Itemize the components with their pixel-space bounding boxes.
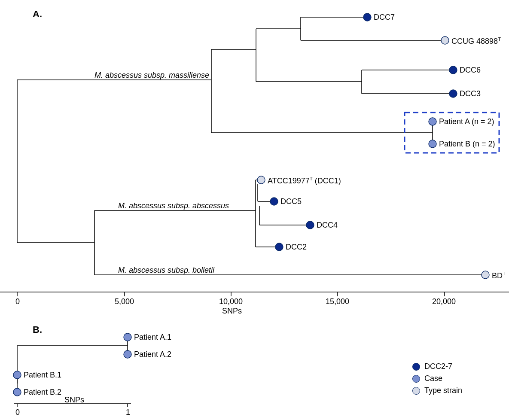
panel-a-tree bbox=[17, 17, 485, 275]
tip-dcc2 bbox=[275, 243, 283, 251]
panel-b-tips bbox=[13, 333, 131, 396]
label-bd-text: BD bbox=[492, 271, 503, 280]
legend-label-dcc: DCC2-7 bbox=[424, 362, 452, 371]
axis-a-tick-3: 15,000 bbox=[326, 297, 349, 306]
legend-row-dcc: DCC2-7 bbox=[412, 362, 452, 371]
panel-a-axis bbox=[0, 292, 509, 296]
panel-b-tree bbox=[17, 337, 128, 392]
label-patient-b2: Patient B.2 bbox=[24, 388, 61, 397]
legend-row-type: Type strain bbox=[412, 386, 462, 395]
tip-dcc4 bbox=[306, 221, 314, 229]
figure-root: A. B. M. abscessus subsp. massiliense M.… bbox=[0, 0, 509, 420]
label-atcc-main: ATCC19977 bbox=[268, 177, 310, 185]
axis-a-tick-1: 5,000 bbox=[115, 297, 134, 306]
legend-swatch-type bbox=[412, 387, 420, 395]
tip-patient-b2 bbox=[13, 388, 21, 396]
label-bd: BDT bbox=[492, 271, 506, 280]
axis-a-title: SNPs bbox=[222, 307, 242, 316]
axis-a-tick-2: 10,000 bbox=[219, 297, 243, 306]
panel-a-label: A. bbox=[33, 9, 42, 20]
legend-label-type: Type strain bbox=[424, 386, 462, 395]
tip-patient-b bbox=[429, 140, 436, 148]
label-dcc5: DCC5 bbox=[280, 197, 302, 206]
tip-dcc5 bbox=[270, 198, 278, 205]
tip-patient-a1 bbox=[124, 333, 131, 341]
label-atcc-tail: (DCC1) bbox=[313, 177, 341, 185]
label-patient-b: Patient B (n = 2) bbox=[439, 140, 495, 149]
label-atcc-sup: T bbox=[310, 176, 313, 181]
label-ccug-text: CCUG 48898 bbox=[451, 37, 498, 46]
label-dcc7: DCC7 bbox=[374, 13, 395, 22]
label-ccug: CCUG 48898T bbox=[451, 36, 501, 46]
label-dcc2: DCC2 bbox=[286, 243, 307, 252]
axis-b-tick-1: 1 bbox=[126, 408, 130, 417]
tip-dcc7 bbox=[363, 13, 371, 21]
legend-swatch-case bbox=[412, 375, 420, 383]
tip-dcc3 bbox=[449, 90, 457, 97]
tip-dcc6 bbox=[449, 66, 457, 74]
label-patient-b1: Patient B.1 bbox=[24, 371, 61, 380]
legend-row-case: Case bbox=[412, 374, 442, 383]
legend-swatch-dcc bbox=[412, 363, 420, 371]
clade-bolletii: M. abscessus subsp. bolletii bbox=[118, 266, 214, 275]
clade-abscessus: M. abscessus subsp. abscessus bbox=[118, 201, 229, 210]
axis-b-title: SNPs bbox=[64, 396, 84, 405]
label-bd-sup: T bbox=[503, 271, 506, 276]
axis-b-tick-0: 0 bbox=[15, 408, 20, 417]
tip-patient-a bbox=[429, 118, 436, 125]
label-patient-a1: Patient A.1 bbox=[134, 333, 171, 342]
label-dcc6: DCC6 bbox=[460, 66, 481, 75]
label-dcc4: DCC4 bbox=[317, 221, 338, 230]
panel-b-label: B. bbox=[33, 324, 42, 335]
label-patient-a2: Patient A.2 bbox=[134, 350, 171, 359]
tip-bd bbox=[482, 271, 489, 279]
clade-massiliense: M. abscessus subsp. massiliense bbox=[94, 71, 209, 80]
figure-svg bbox=[0, 0, 509, 420]
axis-a-tick-0: 0 bbox=[15, 297, 20, 306]
legend-label-case: Case bbox=[424, 374, 442, 383]
axis-a-tick-4: 20,000 bbox=[432, 297, 456, 306]
tip-atcc bbox=[257, 176, 265, 184]
tip-ccug bbox=[441, 37, 449, 44]
tip-patient-a2 bbox=[124, 350, 131, 358]
label-dcc3: DCC3 bbox=[460, 89, 481, 98]
label-patient-a: Patient A (n = 2) bbox=[439, 117, 494, 126]
label-atcc: ATCC19977T (DCC1) bbox=[268, 176, 341, 186]
label-ccug-sup: T bbox=[498, 36, 501, 42]
tip-patient-b1 bbox=[13, 371, 21, 379]
